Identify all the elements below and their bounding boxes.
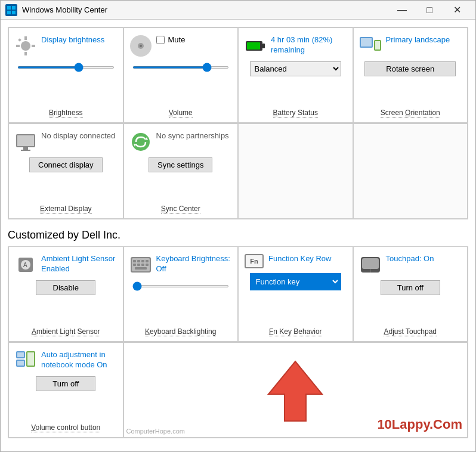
auto-icon [15,350,36,371]
volume-icon [130,35,152,57]
arrow-area [265,350,325,432]
svg-rect-40 [362,258,379,269]
volume-control-top: Auto adjustment in notebook mode On [15,350,117,371]
sync-center-title: No sync partnerships [156,131,229,141]
volume-control-label: Volume control button [31,423,100,432]
app-icon [5,4,17,16]
svg-rect-15 [247,42,260,49]
ambient-title: Ambient Light Sensor Enabled [41,254,117,274]
svg-rect-34 [133,264,136,266]
sync-center-top: No sync partnerships [130,131,232,153]
orientation-label: Screen Orientation [381,109,440,117]
ambient-icon: A [15,254,36,275]
empty-panel-1 [238,123,353,219]
fn-key-dropdown[interactable]: Function key Multimedia key [250,273,341,290]
display-icon [15,131,36,153]
orientation-title: Primary landscape [386,35,450,45]
sync-icon [130,131,152,153]
empty-panel-2 [353,123,468,219]
volume-slider-container [130,61,232,70]
brightness-icon [15,35,36,57]
orientation-panel-top: Primary landscape [360,35,462,57]
fn-key-panel: Fn Function Key Row Function key Multime… [238,246,353,342]
keyboard-brightness-slider[interactable] [132,285,230,287]
battery-title: 4 hr 03 min (82%) remaining [271,35,347,55]
battery-panel: 4 hr 03 min (82%) remaining Balanced Pow… [238,27,353,123]
touchpad-icon [360,254,381,275]
rotate-screen-button[interactable]: Rotate screen [364,61,456,76]
volume-control-panel: Auto adjustment in notebook mode On Turn… [8,342,123,438]
svg-rect-3 [12,11,16,14]
sync-settings-button[interactable]: Sync settings [149,157,212,172]
minimize-button[interactable]: — [388,1,416,20]
external-display-title: No display connected [41,131,115,141]
keyboard-backlight-label: Keyboard Backlighting [145,327,216,336]
external-display-top: No display connected [15,131,117,153]
svg-rect-46 [17,361,24,366]
touchpad-panel: Touchpad: On Turn off Adjust Touchpad [353,246,468,342]
touchpad-panel-top: Touchpad: On [360,254,462,275]
maximize-button[interactable]: □ [416,1,443,20]
brightness-panel: Display brightness Brightness [8,27,123,123]
middle-panels-grid: No display connected Connect display Ext… [8,123,468,219]
content-area: Display brightness Brightness [1,20,475,451]
battery-dropdown[interactable]: Balanced Power saver High performance [250,61,341,76]
orientation-panel: Primary landscape Rotate screen Screen O… [353,27,468,123]
watermark-source: ComputerHope.com [126,428,185,435]
svg-rect-1 [12,6,16,10]
sync-center-label: Sync Center [161,205,200,213]
brightness-slider[interactable] [17,66,115,69]
window-title: Windows Mobility Center [22,5,388,14]
close-button[interactable]: ✕ [443,1,471,20]
fn-key-panel-top: Fn Function Key Row [245,254,347,268]
custom-panels-grid: A Ambient Light Sensor Enabled Disable A… [8,246,468,342]
svg-rect-8 [32,45,35,47]
disable-ambient-button[interactable]: Disable [36,280,95,295]
svg-marker-48 [268,361,322,421]
ambient-panel: A Ambient Light Sensor Enabled Disable A… [8,246,123,342]
svg-rect-30 [133,260,136,262]
volume-label: Volume [169,109,193,117]
window-controls: — □ ✕ [388,1,471,20]
svg-rect-5 [24,36,27,40]
connect-display-button[interactable]: Connect display [29,157,103,172]
fn-key-title: Function Key Row [268,254,332,264]
svg-point-4 [21,41,30,51]
svg-rect-21 [17,135,34,146]
volume-slider[interactable] [132,66,230,69]
svg-rect-9 [18,38,21,42]
volume-panel-top: Mute [130,35,232,57]
brightness-label: Brightness [49,109,83,117]
touchpad-title: Touchpad: On [386,254,434,264]
svg-rect-0 [7,6,11,10]
svg-rect-7 [16,45,20,47]
brightness-panel-top: Display brightness [15,35,117,57]
svg-rect-38 [135,267,147,270]
external-display-label: External Display [40,205,92,213]
fn-icon: Fn [245,254,264,268]
keyboard-backlight-panel: Keyboard Brightness: Off Keyboard Backli… [123,246,239,342]
svg-rect-47 [27,352,34,366]
orientation-icon [360,35,381,57]
watermark-brand: 10Lappy.Com [377,417,462,432]
touchpad-turnoff-button[interactable]: Turn off [381,280,440,295]
mute-row: Mute [156,35,186,44]
svg-point-24 [132,133,150,151]
external-display-panel: No display connected Connect display Ext… [8,123,123,219]
battery-icon [245,35,266,57]
keyboard-backlight-top: Keyboard Brightness: Off [130,254,232,275]
svg-rect-6 [24,52,27,55]
svg-rect-17 [361,38,372,47]
volume-control-title: Auto adjustment in notebook mode On [41,350,117,370]
svg-rect-14 [262,44,265,48]
bottom-panels-grid: Auto adjustment in notebook mode On Turn… [8,342,468,438]
svg-rect-2 [7,11,11,14]
svg-rect-36 [141,264,144,266]
battery-panel-top: 4 hr 03 min (82%) remaining [245,35,347,57]
volume-control-turnoff-button[interactable]: Turn off [36,376,95,391]
mute-checkbox[interactable] [156,36,165,44]
ambient-label: Ambient Light Sensor [32,327,100,336]
svg-rect-45 [17,352,24,357]
red-arrow-icon [265,358,325,424]
svg-text:A: A [23,262,27,268]
